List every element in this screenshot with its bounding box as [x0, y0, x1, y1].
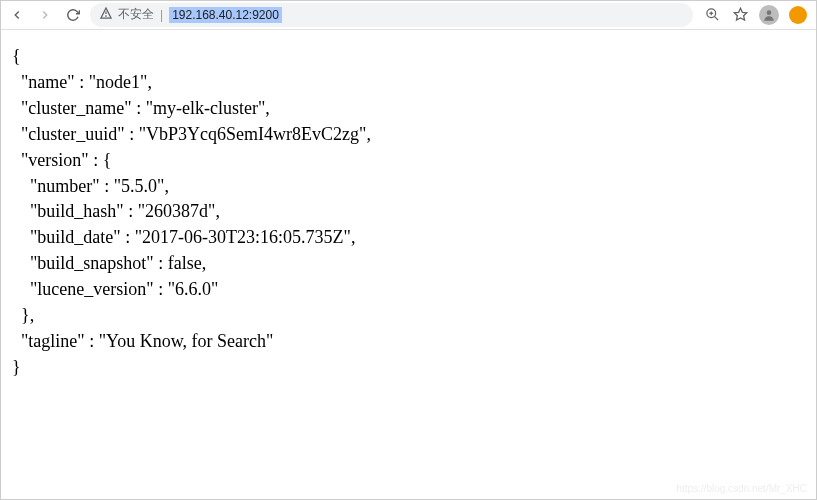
json-value: false	[168, 253, 202, 273]
json-value: You Know, for Search	[106, 331, 266, 351]
svg-point-1	[106, 16, 107, 17]
address-bar[interactable]: 不安全 | 192.168.40.12:9200	[90, 3, 693, 27]
url-text: 192.168.40.12:9200	[169, 7, 282, 23]
profile-avatar[interactable]	[759, 5, 779, 25]
json-key: "lucene_version"	[30, 279, 154, 299]
insecure-label: 不安全	[118, 6, 154, 23]
json-key: "number"	[30, 176, 100, 196]
json-key: "version"	[21, 150, 89, 170]
back-button[interactable]	[6, 4, 28, 26]
json-key: "build_date"	[30, 227, 121, 247]
reload-button[interactable]	[62, 4, 84, 26]
toolbar-right	[699, 5, 811, 25]
json-response-body: { "name" : "node1", "cluster_name" : "my…	[0, 30, 817, 395]
json-key: "build_hash"	[30, 201, 124, 221]
watermark: https://blog.csdn.net/Mr_XHC	[676, 483, 807, 494]
svg-line-3	[714, 16, 718, 20]
json-key: "cluster_uuid"	[21, 124, 125, 144]
json-value: node1	[96, 72, 140, 92]
insecure-icon	[100, 7, 112, 22]
separator: |	[160, 8, 163, 22]
notification-badge[interactable]	[789, 6, 807, 24]
json-value: 260387d	[145, 201, 208, 221]
json-key: "tagline"	[21, 331, 85, 351]
json-value: VbP3Ycq6SemI4wr8EvC2zg	[146, 124, 359, 144]
bookmark-star-icon[interactable]	[731, 6, 749, 24]
json-value: 2017-06-30T23:16:05.735Z	[142, 227, 343, 247]
json-key: "name"	[21, 72, 75, 92]
json-value: 6.6.0	[175, 279, 211, 299]
svg-marker-6	[734, 8, 747, 20]
browser-toolbar: 不安全 | 192.168.40.12:9200	[0, 0, 817, 30]
forward-button[interactable]	[34, 4, 56, 26]
svg-point-7	[767, 10, 772, 15]
json-key: "cluster_name"	[21, 98, 132, 118]
json-value: 5.5.0	[121, 176, 157, 196]
json-value: my-elk-cluster	[153, 98, 258, 118]
zoom-icon[interactable]	[703, 6, 721, 24]
json-key: "build_snapshot"	[30, 253, 154, 273]
